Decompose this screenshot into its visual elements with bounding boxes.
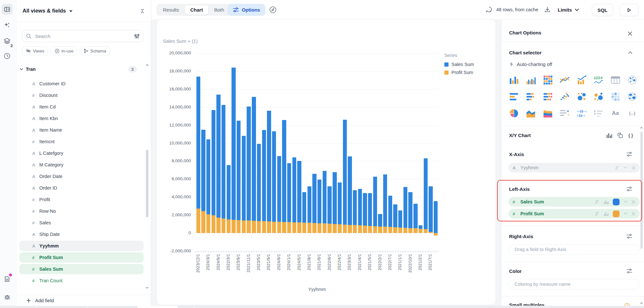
bar-profit-sum[interactable]: [262, 221, 266, 233]
bar-sales-sum[interactable]: [424, 158, 428, 233]
debug-button[interactable]: [2, 291, 13, 302]
code-icon[interactable]: { }: [628, 133, 633, 138]
bar-profit-sum[interactable]: [287, 222, 291, 233]
search-filter-icon[interactable]: [134, 33, 139, 39]
chart-type-boxplot[interactable]: [575, 107, 588, 119]
sidebar-scrollbar-thumb[interactable]: [146, 150, 148, 217]
bar-profit-sum[interactable]: [368, 226, 372, 233]
limits-dropdown[interactable]: Limits: [558, 0, 579, 19]
chart-type-text-summary[interactable]: [559, 107, 571, 119]
bar-profit-sum[interactable]: [393, 227, 397, 233]
bar-profit-sum[interactable]: [272, 222, 276, 233]
bar-sales-sum[interactable]: [373, 177, 377, 233]
collapse-all-button[interactable]: [140, 9, 145, 13]
field-row-order-id[interactable]: AOrder ID: [19, 183, 144, 193]
bar-sales-sum[interactable]: [257, 144, 261, 233]
notes-button[interactable]: [2, 274, 13, 285]
bar-profit-sum[interactable]: [257, 221, 261, 233]
bar-profit-sum[interactable]: [338, 224, 342, 233]
field-row-itemcnt[interactable]: #Itemcnt: [19, 136, 144, 147]
field-row-sales[interactable]: #Sales: [19, 218, 144, 228]
field-row-row-no[interactable]: #Row No: [19, 206, 144, 216]
bar-sales-sum[interactable]: [272, 131, 276, 233]
bar-profit-sum[interactable]: [383, 227, 387, 233]
bar-sales-sum[interactable]: [237, 121, 241, 233]
scroll-down-arrow[interactable]: [146, 287, 149, 289]
chart-type-area-chart[interactable]: [525, 107, 537, 119]
bar-profit-sum[interactable]: [237, 220, 241, 233]
bar-profit-sum[interactable]: [333, 224, 336, 233]
chart-type-bubble-chart[interactable]: [575, 90, 588, 103]
bar-profit-sum[interactable]: [403, 228, 407, 233]
bar-profit-sum[interactable]: [282, 222, 286, 233]
bar-profit-sum[interactable]: [201, 211, 205, 233]
run-query-button[interactable]: [620, 4, 639, 16]
bar-profit-sum[interactable]: [388, 227, 392, 233]
field-row-yyyhmm[interactable]: AYyyhmm: [19, 241, 144, 251]
layers-button[interactable]: 2: [2, 36, 13, 47]
bar-sales-sum[interactable]: [216, 95, 220, 233]
bar-sales-sum[interactable]: [247, 107, 251, 233]
chevron-down-icon[interactable]: [624, 166, 627, 169]
legend-item-sales-sum[interactable]: Sales Sum: [444, 62, 474, 67]
bar-sales-sum[interactable]: [292, 157, 296, 233]
tab-chart[interactable]: Chart: [185, 5, 209, 15]
bar-sales-sum[interactable]: [282, 120, 286, 233]
field-row-sales-sum[interactable]: #Sales Sum: [19, 264, 144, 274]
bar-sales-sum[interactable]: [348, 156, 352, 233]
bar-sales-sum[interactable]: [242, 136, 246, 233]
bar-sales-sum[interactable]: [403, 187, 407, 233]
bar-sales-sum[interactable]: [252, 97, 256, 233]
chart-type-bubble-chart-2[interactable]: [592, 90, 605, 103]
chart-type-line-chart[interactable]: [559, 74, 571, 86]
tab-results[interactable]: Results: [157, 5, 185, 15]
bar-sales-sum[interactable]: [408, 192, 412, 233]
options-button[interactable]: Options: [228, 4, 265, 16]
explore-button[interactable]: [269, 6, 277, 14]
bar-sales-sum[interactable]: [434, 201, 438, 233]
field-row-order-date[interactable]: AOrder Date: [19, 171, 144, 182]
bar-profit-sum[interactable]: [343, 225, 347, 233]
collapse-sidebar-button[interactable]: [2, 4, 13, 15]
bar-profit-sum[interactable]: [429, 232, 432, 233]
chart-type-stacked-bar-3series[interactable]: [542, 90, 554, 103]
tab-both[interactable]: Both: [209, 5, 230, 15]
ai-assistant-button[interactable]: [2, 20, 13, 31]
x-axis-settings-icon[interactable]: [626, 152, 632, 157]
chart-type-point-map[interactable]: [626, 74, 639, 86]
right-axis-drop-zone[interactable]: Drag a field to Right-Axis: [508, 244, 640, 255]
field-row-item-cd[interactable]: AItem Cd: [19, 102, 144, 112]
bar-chart-icon[interactable]: [606, 133, 612, 138]
bar-profit-sum[interactable]: [242, 220, 246, 233]
legend-item-profit-sum[interactable]: Profit Sum: [444, 70, 474, 75]
field-row-item-kbn[interactable]: AItem Kbn: [19, 113, 144, 124]
chart-type-stacked-bar-chart[interactable]: [525, 90, 537, 103]
color-drop-zone[interactable]: Coloring by measure name: [508, 279, 640, 289]
table-group-tran[interactable]: Tran 3: [20, 64, 144, 74]
chip-in-use[interactable]: In-use: [51, 46, 78, 55]
bar-sales-sum[interactable]: [232, 68, 235, 233]
color-settings-icon[interactable]: [626, 268, 632, 274]
field-row-ship-date[interactable]: AShip Date: [19, 229, 144, 239]
chat-sparkle-icon[interactable]: [485, 6, 493, 14]
bar-sales-sum[interactable]: [343, 120, 347, 233]
bar-profit-sum[interactable]: [308, 223, 311, 233]
remove-field-icon[interactable]: [631, 166, 636, 170]
bar-profit-sum[interactable]: [227, 219, 231, 233]
chip-views[interactable]: Views: [22, 46, 48, 55]
bar-sales-sum[interactable]: [212, 110, 215, 233]
field-row-item-name[interactable]: AItem Name: [19, 125, 144, 135]
bar-profit-sum[interactable]: [216, 218, 220, 233]
field-row-discount[interactable]: #Discount: [19, 90, 144, 100]
bar-profit-sum[interactable]: [348, 225, 352, 233]
bar-profit-sum[interactable]: [196, 209, 200, 233]
field-row-tran-count[interactable]: #Tran Count: [19, 275, 144, 286]
bar-profit-sum[interactable]: [327, 224, 331, 233]
bar-profit-sum[interactable]: [413, 228, 417, 233]
bar-profit-sum[interactable]: [252, 221, 256, 233]
bar-profit-sum[interactable]: [317, 223, 321, 233]
bar-profit-sum[interactable]: [302, 223, 306, 233]
chart-type-grouped-column-chart-selected[interactable]: [525, 74, 537, 86]
bar-sales-sum[interactable]: [429, 186, 432, 233]
bar-profit-sum[interactable]: [358, 225, 362, 233]
